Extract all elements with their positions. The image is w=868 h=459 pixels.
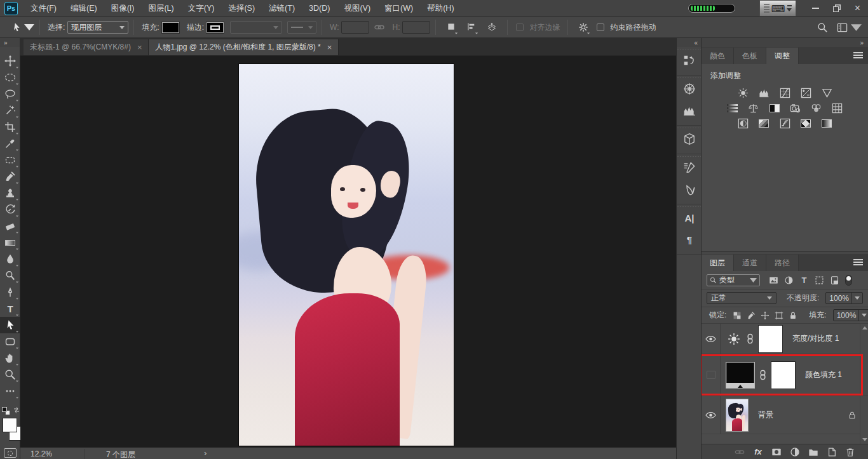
foreground-background-swatches[interactable] [3, 418, 19, 443]
canvas-area[interactable] [20, 56, 676, 448]
move-tool[interactable] [0, 53, 20, 69]
minimize-button[interactable] [805, 0, 826, 17]
lock-pixels-button[interactable] [747, 311, 756, 320]
new-layer-button[interactable] [827, 447, 837, 457]
filter-pixel-button[interactable] [769, 276, 778, 285]
zoom-level-field[interactable]: 12.2% [20, 448, 84, 458]
path-operations-button[interactable] [443, 20, 459, 34]
layer-row[interactable]: 背景 [702, 396, 868, 434]
gradient-tool[interactable] [0, 234, 20, 251]
lock-all-button[interactable] [789, 311, 797, 320]
document-tab[interactable]: 未标题-1 @ 66.7%(CMYK/8#) × [24, 39, 149, 55]
adjust-vibrance-button[interactable] [819, 86, 834, 99]
spot-healing-tool[interactable] [0, 152, 20, 168]
close-tab-icon[interactable]: × [137, 43, 142, 52]
opacity-field[interactable]: 100% [825, 292, 863, 304]
constrain-path-checkbox[interactable] [597, 23, 604, 31]
lock-artboard-button[interactable] [775, 311, 783, 320]
filter-shape-button[interactable] [815, 276, 824, 285]
layer-mask-thumbnail[interactable] [771, 361, 796, 389]
lasso-tool[interactable] [0, 86, 20, 102]
visibility-cell[interactable] [702, 396, 721, 434]
menu-item[interactable]: 帮助(H) [420, 0, 461, 17]
lock-position-button[interactable] [761, 311, 770, 320]
mask-link-icon[interactable] [759, 369, 766, 380]
navigator-panel-button[interactable] [677, 78, 702, 100]
link-chain-button[interactable] [735, 447, 745, 457]
scroll-down-icon[interactable] [862, 438, 867, 441]
select-mode-dropdown[interactable]: 现用图层 [67, 21, 128, 34]
layer-mask-thumbnail[interactable] [758, 325, 783, 353]
stroke-swatch[interactable] [207, 22, 224, 33]
menu-item[interactable]: 滤镜(T) [262, 0, 302, 17]
fill-opacity-field[interactable]: 100% [833, 309, 868, 321]
filter-adjustment-button[interactable] [784, 276, 794, 285]
adjust-channel-mixer-button[interactable] [809, 102, 824, 114]
delete-layer-button[interactable] [845, 447, 855, 457]
close-button[interactable]: × [847, 0, 868, 17]
adjust-curves-button[interactable] [777, 86, 792, 99]
menu-item[interactable]: 窗口(W) [377, 0, 420, 17]
menu-item[interactable]: 选择(S) [221, 0, 262, 17]
document-tab[interactable]: 人物1.jpg @ 12.2% (色相/饱和度 1, 图层蒙版/8) * × [149, 39, 339, 55]
3d-panel-button[interactable] [677, 128, 702, 150]
history-brush-tool[interactable] [0, 201, 20, 218]
adjust-levels-button[interactable] [756, 86, 771, 99]
restore-button[interactable] [826, 0, 847, 17]
layer-row[interactable]: 颜色填充 1 [702, 354, 868, 396]
brush-tool[interactable] [0, 168, 20, 185]
quick-mask-button[interactable] [4, 448, 17, 458]
eye-icon[interactable] [705, 411, 716, 419]
adjust-hue-saturation-button[interactable] [725, 102, 740, 114]
panel-tab-路径[interactable]: 路径 [766, 255, 799, 271]
layer-style-fx-button[interactable]: fx [753, 447, 763, 457]
filter-type-dropdown[interactable]: 类型 [707, 274, 760, 286]
pen-tool[interactable] [0, 284, 20, 300]
path-arrangement-button[interactable] [484, 20, 500, 34]
foreground-color-swatch[interactable] [3, 418, 17, 432]
layer-name[interactable]: 背景 [753, 409, 773, 420]
crop-tool[interactable] [0, 119, 20, 135]
brush-settings-panel-button[interactable] [677, 157, 702, 178]
toolbar-collapse-button[interactable]: » [0, 38, 20, 47]
paragraph-panel-button[interactable]: ¶ [677, 229, 702, 250]
blend-mode-dropdown[interactable]: 正常 [707, 292, 776, 304]
hand-tool[interactable] [0, 350, 20, 366]
color-fill-thumbnail[interactable] [726, 362, 755, 389]
swap-colors-icon[interactable] [13, 406, 20, 414]
adjust-invert-button[interactable] [735, 117, 750, 130]
panel-tab-调整[interactable]: 调整 [766, 48, 799, 64]
dock-collapse-button[interactable]: » [702, 38, 868, 47]
panel-tab-颜色[interactable]: 颜色 [702, 48, 734, 64]
layer-name[interactable]: 颜色填充 1 [800, 369, 842, 380]
menu-item[interactable]: 编辑(E) [64, 0, 104, 17]
visibility-cell[interactable] [702, 324, 721, 354]
adjust-selective-color-button[interactable] [819, 117, 834, 130]
fill-swatch[interactable] [162, 22, 179, 33]
status-chevron-icon[interactable]: › [173, 448, 207, 458]
current-tool-preview[interactable] [11, 22, 34, 32]
mask-link-icon[interactable] [747, 333, 754, 344]
tool-settings-button[interactable] [575, 20, 592, 34]
new-group-button[interactable] [808, 447, 818, 457]
zoom-tool[interactable] [0, 366, 20, 383]
touch-keyboard-button[interactable]: ⌨ [759, 0, 796, 17]
adjust-posterize-button[interactable] [756, 117, 771, 130]
default-colors-icon[interactable] [2, 407, 10, 415]
dock-expand-button[interactable]: « [677, 38, 701, 47]
path-alignment-button[interactable] [463, 20, 480, 34]
edit-toolbar-tool[interactable] [0, 383, 20, 399]
menu-item[interactable]: 图层(L) [141, 0, 180, 17]
brushes-panel-button[interactable] [677, 178, 702, 200]
histogram-panel-button[interactable] [677, 100, 702, 121]
visibility-toggle[interactable] [707, 371, 715, 379]
brightness-contrast-thumbnail[interactable] [726, 333, 742, 345]
magic-wand-tool[interactable] [0, 102, 20, 119]
layer-row[interactable]: 亮度/对比度 1 [702, 324, 868, 354]
dodge-tool[interactable] [0, 267, 20, 284]
layer-name[interactable]: 亮度/对比度 1 [787, 333, 839, 344]
panel-tab-通道[interactable]: 通道 [734, 255, 766, 271]
adjustments-panel-menu-icon[interactable] [853, 51, 863, 59]
filter-toggle[interactable] [845, 275, 852, 286]
new-adjustment-button[interactable] [790, 447, 800, 457]
